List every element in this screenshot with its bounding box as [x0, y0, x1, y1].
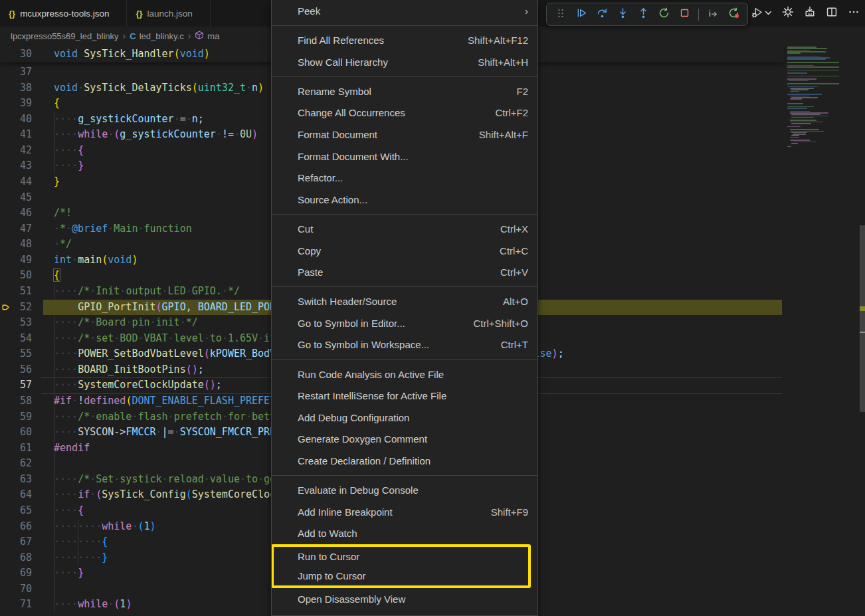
menu-item-change-all-occurrences[interactable]: Change All OccurrencesCtrl+F2: [272, 102, 537, 124]
step-over-button[interactable]: [594, 7, 610, 23]
code-text[interactable]: /*!: [54, 205, 72, 221]
menu-item-peek[interactable]: Peek›: [272, 0, 537, 22]
menu-item-add-to-watch[interactable]: Add to Watch: [272, 523, 537, 545]
menu-item-cut[interactable]: CutCtrl+X: [272, 218, 537, 240]
menu-item-go-to-symbol-in-editor[interactable]: Go to Symbol in Editor...Ctrl+Shift+O: [272, 312, 537, 334]
code-token: {: [78, 504, 84, 516]
code-token: POWER_SetBodVbatLevel: [78, 348, 204, 359]
submenu-arrow-icon: ›: [525, 5, 528, 17]
code-text[interactable]: ····g_systickCounter·=·n;: [54, 112, 204, 128]
stop-button[interactable]: [676, 7, 692, 23]
code-text[interactable]: ····{: [54, 143, 84, 159]
code-text[interactable]: void SysTick_Handler(void): [54, 45, 210, 62]
editor-scrollbar[interactable]: [860, 45, 865, 616]
code-text[interactable]: ········while·(1): [54, 519, 156, 535]
drag-gripper-button[interactable]: [553, 7, 569, 23]
menu-item-generate-doxygen-comment[interactable]: Generate Doxygen Comment: [272, 429, 537, 451]
code-token: {: [78, 144, 84, 156]
code-token: prefetch: [174, 411, 222, 423]
code-text[interactable]: ····/*·Board·pin·init·*/: [54, 315, 198, 331]
code-text[interactable]: void·SysTick_DelayTicks(uint32_t·n): [54, 80, 264, 96]
menu-item-format-document[interactable]: Format DocumentShift+Alt+F: [272, 124, 537, 146]
run-debug-icon: [751, 7, 763, 21]
scrollbar-slider[interactable]: [860, 225, 865, 412]
menu-item-add-inline-breakpoint[interactable]: Add Inline BreakpointShift+F9: [272, 501, 537, 523]
menu-item-create-declaration-definition[interactable]: Create Declaration / Definition: [272, 450, 537, 472]
settings-button[interactable]: [782, 6, 794, 21]
menu-item-find-all-references[interactable]: Find All ReferencesShift+Alt+F12: [272, 29, 537, 51]
code-token: 1.65V: [228, 332, 258, 344]
step-into-button[interactable]: [615, 7, 630, 23]
menu-item-switch-header-source[interactable]: Switch Header/SourceAlt+O: [272, 291, 537, 313]
code-token: ·: [108, 223, 114, 235]
menu-item-label: Add to Watch: [298, 528, 357, 539]
menu-item-rename-symbol[interactable]: Rename SymbolF2: [272, 80, 537, 102]
code-text[interactable]: ····SystemCoreClockUpdate();: [54, 377, 222, 393]
breadcrumb-item-folder[interactable]: lpcxpresso55s69_led_blinky: [11, 31, 119, 41]
menu-item-label: Find All References: [298, 35, 384, 46]
stop-icon: [679, 7, 690, 21]
code-text[interactable]: ········{: [54, 534, 108, 550]
code-text[interactable]: #if·!defined(DONT_ENABLE_FLASH_PREFETCH): [54, 393, 294, 409]
code-token: set: [96, 332, 114, 344]
code-text[interactable]: ····BOARD_InitBootPins();: [54, 362, 204, 378]
code-token: ····: [54, 113, 78, 125]
code-token: systick: [120, 473, 161, 485]
minimap-line: [787, 52, 801, 54]
code-token: enable: [96, 411, 132, 423]
breadcrumb-item-symbol[interactable]: ma: [195, 31, 219, 42]
code-token: (: [96, 488, 102, 500]
code-token: (: [186, 488, 192, 500]
menu-item-format-document-with[interactable]: Format Document With...: [272, 146, 537, 167]
line-number: 55: [0, 346, 32, 362]
menu-item-run-to-cursor[interactable]: Run to Cursor: [274, 547, 528, 566]
code-token: BOD: [120, 332, 138, 344]
flash-programmer-button[interactable]: [804, 6, 816, 21]
into-target-icon: [708, 7, 719, 21]
split-editor-button[interactable]: [826, 6, 838, 21]
code-text[interactable]: }: [54, 174, 60, 190]
menu-item-go-to-symbol-in-workspace[interactable]: Go to Symbol in Workspace...Ctrl+T: [272, 334, 537, 356]
code-token: BOARD_InitBootPins: [78, 363, 186, 375]
code-text[interactable]: ········}: [54, 550, 108, 566]
code-text[interactable]: ····while·(g_systickCounter·!=·0U): [54, 127, 258, 143]
menu-item-open-disassembly-view[interactable]: Open Disassembly View: [272, 588, 537, 610]
step-out-button[interactable]: [635, 7, 651, 23]
code-text[interactable]: ····}: [54, 565, 84, 581]
code-text[interactable]: {: [54, 96, 60, 112]
code-text[interactable]: int·main(void): [54, 253, 138, 268]
code-token: output: [126, 285, 161, 297]
menu-item-restart-intellisense-for-active-file[interactable]: Restart IntelliSense for Active File: [272, 385, 537, 407]
code-text[interactable]: ····{: [54, 503, 84, 519]
json-icon: {}: [136, 9, 142, 19]
menu-item-run-code-analysis-on-active-file[interactable]: Run Code Analysis on Active File: [272, 363, 537, 385]
code-token: void: [54, 48, 78, 60]
menu-item-evaluate-in-debug-console[interactable]: Evaluate in Debug Console: [272, 479, 537, 501]
menu-item-source-action[interactable]: Source Action...: [272, 189, 537, 211]
tab-launch.json[interactable]: {}launch.json: [127, 0, 210, 27]
code-text[interactable]: ····/*·Init·output·LED·GPIO.·*/: [54, 284, 240, 300]
code-token: g_systickCounter: [78, 113, 174, 125]
menu-item-add-debug-configuration[interactable]: Add Debug Configuration: [272, 407, 537, 429]
step-into-target-button[interactable]: [705, 7, 721, 23]
menu-item-jump-to-cursor[interactable]: Jump to Cursor: [274, 566, 528, 585]
code-text[interactable]: {: [54, 268, 60, 284]
breadcrumb-item-file[interactable]: Cled_blinky.c: [130, 31, 183, 41]
reset-device-button[interactable]: [725, 7, 741, 23]
menu-item-copy[interactable]: CopyCtrl+C: [272, 240, 537, 262]
code-text[interactable]: ····}: [54, 158, 84, 174]
continue-button[interactable]: [573, 7, 589, 23]
code-text[interactable]: ·*·@brief·Main·function: [54, 221, 192, 237]
run-or-debug-button[interactable]: [751, 7, 772, 21]
code-text[interactable]: ·*/: [54, 237, 72, 253]
tab-mcuxpresso-tools.json[interactable]: {}mcuxpresso-tools.json: [0, 0, 127, 27]
menu-item-paste[interactable]: PasteCtrl+V: [272, 261, 537, 283]
code-token: defined: [84, 395, 126, 407]
more-actions-button[interactable]: [848, 6, 860, 21]
menu-item-show-call-hierarchy[interactable]: Show Call HierarchyShift+Alt+H: [272, 51, 537, 73]
code-text[interactable]: #endif: [54, 441, 90, 457]
restart-button[interactable]: [656, 7, 672, 23]
menu-item-refactor[interactable]: Refactor...: [272, 167, 537, 189]
code-text[interactable]: ····while·(1): [54, 597, 132, 613]
breadcrumb-label: ma: [207, 31, 219, 41]
